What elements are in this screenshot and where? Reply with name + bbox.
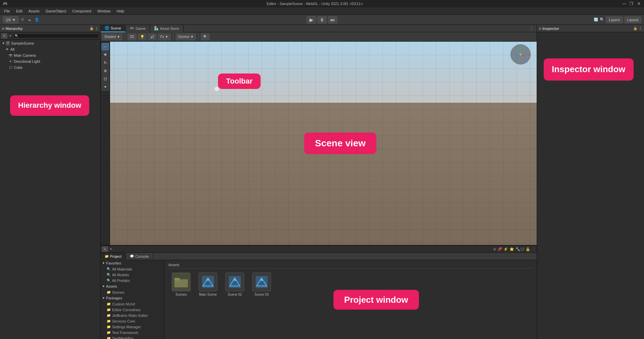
hier-item-samplescene[interactable]: ▼ 🎬 SampleScene ⋮ — [0, 40, 100, 46]
project-add-button[interactable]: + — [102, 246, 108, 252]
scenes-label: Scenes — [175, 293, 186, 296]
favorites-section: ▼ Favorites 🔍 All Materials 🔍 All Models — [101, 260, 164, 283]
asset-scene03[interactable]: Scene 03 — [250, 273, 273, 296]
cube-label: Cube — [14, 65, 22, 69]
samplescene-more[interactable]: ⋮ — [96, 42, 99, 45]
qs-dropdown[interactable]: QS ▼ — [3, 16, 19, 23]
menu-window[interactable]: Window — [95, 8, 113, 14]
scene-sun-object — [248, 88, 251, 90]
titlebar-title: Editor - SampleScene - WebGL - Unity 202… — [267, 2, 363, 6]
proj-settings-manager[interactable]: 📁 Settings Manager — [101, 324, 164, 330]
gizmos-button[interactable]: Gizmos ▼ — [176, 34, 196, 40]
lighting-button[interactable]: 💡 — [138, 34, 147, 40]
tab-assetstore[interactable]: 🏪 Asset Store — [150, 25, 183, 32]
mainscene-icon — [199, 273, 217, 291]
game-tab-label: Game — [136, 27, 146, 31]
hierarchy-dropdown-arrow: ▼ — [9, 34, 12, 38]
search-button[interactable]: 🔍 — [201, 34, 210, 40]
minimize-button[interactable]: — — [622, 1, 627, 6]
assets-header: Assets — [167, 263, 534, 269]
menu-component[interactable]: Component — [69, 8, 94, 14]
scene-viewport[interactable]: ↔ ✥ ↻ ⊕ ⊡ ✦ Scene view Toolbar — [101, 42, 537, 245]
proj-textmeshpro[interactable]: 📁 TextMeshPro — [101, 335, 164, 339]
menu-assets[interactable]: Assets — [26, 8, 42, 14]
hier-item-maincamera[interactable]: 📷 Main Camera — [0, 52, 100, 58]
assets-section-header[interactable]: ▼ Assets — [101, 283, 164, 289]
menu-gameobject[interactable]: GameObject — [43, 8, 69, 14]
proj-custom-nunit[interactable]: 📁 Custom NUnit — [101, 301, 164, 307]
console-tab-icon: 💬 — [130, 254, 134, 258]
pause-button[interactable]: ⏸ — [317, 16, 327, 23]
project-toolbar-icon5[interactable]: 🔧13 — [516, 247, 524, 251]
layout-dropdown[interactable]: Layout — [624, 16, 641, 23]
proj-all-materials[interactable]: 🔍 All Materials — [101, 266, 164, 272]
audio-button[interactable]: 🔊 — [148, 34, 157, 40]
scene-grid — [101, 42, 537, 245]
asset-scenes[interactable]: Scenes — [170, 273, 193, 296]
proj-all-models[interactable]: 🔍 All Models — [101, 272, 164, 278]
favorites-arrow: ▼ — [102, 261, 105, 265]
project-toolbar-icon3[interactable]: ⚡ — [503, 247, 508, 251]
proj-all-prefabs[interactable]: 🔍 All Prefabs — [101, 278, 164, 283]
proj-test-framework[interactable]: 📁 Test Framework — [101, 330, 164, 335]
proj-rider-editor[interactable]: 📁 JetBrains Rider Editor — [101, 312, 164, 318]
services-icon: 📁 — [107, 319, 111, 323]
assetstore-tab-icon: 🏪 — [154, 26, 159, 31]
project-lock-icon[interactable]: 🔓 — [526, 247, 530, 251]
menu-edit[interactable]: Edit — [13, 8, 25, 14]
packages-arrow: ▼ — [102, 296, 105, 300]
gizmo-circle: Y X Z — [511, 44, 531, 64]
test-label: Test Framework — [112, 331, 138, 335]
main-layout: ≡ Hierarchy 🔓 ⋮ + ▼ 🔍 ▼ 🎬 SampleScene ⋮ … — [0, 25, 644, 339]
tab-project[interactable]: 📁 Project — [101, 253, 126, 260]
proj-services-core[interactable]: 📁 Services Core — [101, 318, 164, 324]
tab-game[interactable]: 🎮 Game — [125, 25, 150, 32]
cube-icon: ⬛ — [8, 65, 13, 70]
scene-gizmo: Y X Z ◄ Persp — [511, 44, 534, 68]
tab-scene[interactable]: 🌐 Scene — [101, 25, 125, 32]
hier-item-all[interactable]: 👁 All — [0, 46, 100, 52]
asset-scene02[interactable]: Scene 02 — [223, 273, 246, 296]
favorites-header[interactable]: ▼ Favorites — [101, 260, 164, 266]
project-toolbar-icon2[interactable]: 📌 — [497, 247, 502, 251]
close-button[interactable]: ✕ — [637, 1, 641, 6]
hierarchy-add-button[interactable]: + — [1, 33, 7, 39]
hierarchy-content: ▼ 🎬 SampleScene ⋮ 👁 All 📷 Main Camera ☀ … — [0, 40, 100, 339]
scene-tabs-more[interactable]: ⋮ — [527, 26, 537, 31]
shaded-dropdown[interactable]: Shaded ▼ — [102, 34, 122, 40]
menu-file[interactable]: File — [1, 8, 13, 14]
hier-item-dirlight[interactable]: ☀ Directional Light — [0, 58, 100, 64]
proj-scenes[interactable]: 📁 Scenes — [101, 289, 164, 295]
scene02-label: Scene 02 — [228, 293, 242, 296]
maincamera-label: Main Camera — [14, 53, 36, 57]
layers-dropdown[interactable]: Layers — [606, 16, 623, 23]
project-more-icon[interactable]: ⋮ — [532, 247, 535, 251]
hierarchy-more-icon[interactable]: ⋮ — [95, 27, 98, 30]
scene-tab-label: Scene — [111, 26, 121, 30]
tab-console[interactable]: 💬 Console — [126, 253, 153, 260]
all-label: All — [10, 47, 14, 51]
proj-editor-coroutines[interactable]: 📁 Editor Coroutines — [101, 307, 164, 312]
project-toolbar-icon4[interactable]: ⭐ — [509, 247, 514, 251]
asset-mainscene[interactable]: Main Scene — [197, 273, 219, 296]
svg-point-11 — [234, 279, 236, 281]
inspector-more-icon[interactable]: ⋮ — [639, 27, 642, 30]
hierarchy-lock-icon[interactable]: 🔓 — [90, 27, 94, 30]
2d-button[interactable]: 2D — [127, 34, 137, 40]
project-toolbar-icon1[interactable]: ⊕ — [493, 247, 496, 251]
fx-button[interactable]: Fx ▼ — [158, 34, 171, 40]
sv-sep1 — [125, 34, 125, 40]
packages-header[interactable]: ▼ Packages — [101, 295, 164, 301]
toolbar-icon3: 👤 — [35, 17, 39, 22]
restore-button[interactable]: ❐ — [629, 1, 634, 6]
inspector-content — [537, 32, 644, 339]
inspector-lock-icon[interactable]: 🔓 — [633, 27, 637, 30]
play-button[interactable]: ▶ — [307, 16, 316, 23]
assets-section-label: Assets — [106, 284, 117, 288]
step-button[interactable]: ⏭ — [328, 16, 337, 23]
hierarchy-search-box[interactable]: 🔍 — [13, 34, 99, 38]
gizmo-y: Y — [520, 45, 522, 49]
menu-help[interactable]: Help — [114, 8, 127, 14]
gizmo-persp-label: ◄ Persp — [511, 65, 534, 68]
hier-item-cube[interactable]: ⬛ Cube — [0, 64, 100, 70]
